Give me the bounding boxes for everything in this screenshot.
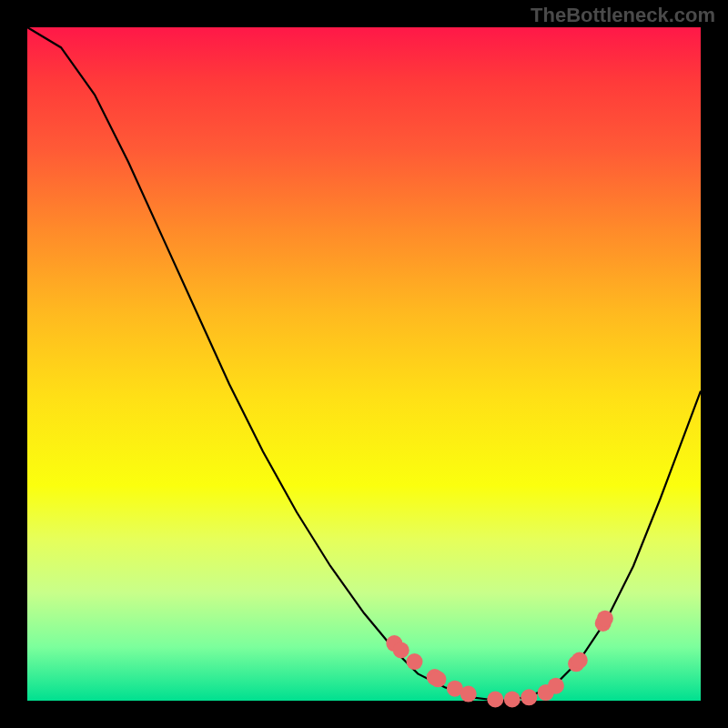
curve-marker <box>430 671 446 687</box>
curve-marker <box>571 652 588 669</box>
curve-marker <box>460 686 477 703</box>
bottleneck-curve-line <box>27 27 701 701</box>
curve-markers-group <box>386 611 613 708</box>
curve-marker <box>597 611 613 627</box>
watermark-text: TheBottleneck.com <box>531 4 715 27</box>
curve-marker <box>548 678 564 694</box>
curve-marker <box>487 692 503 708</box>
chart-svg <box>27 27 701 701</box>
curve-marker <box>407 653 423 670</box>
curve-marker <box>521 689 537 705</box>
chart-plot-area <box>27 27 701 701</box>
curve-marker <box>393 642 410 659</box>
curve-marker <box>504 692 521 708</box>
